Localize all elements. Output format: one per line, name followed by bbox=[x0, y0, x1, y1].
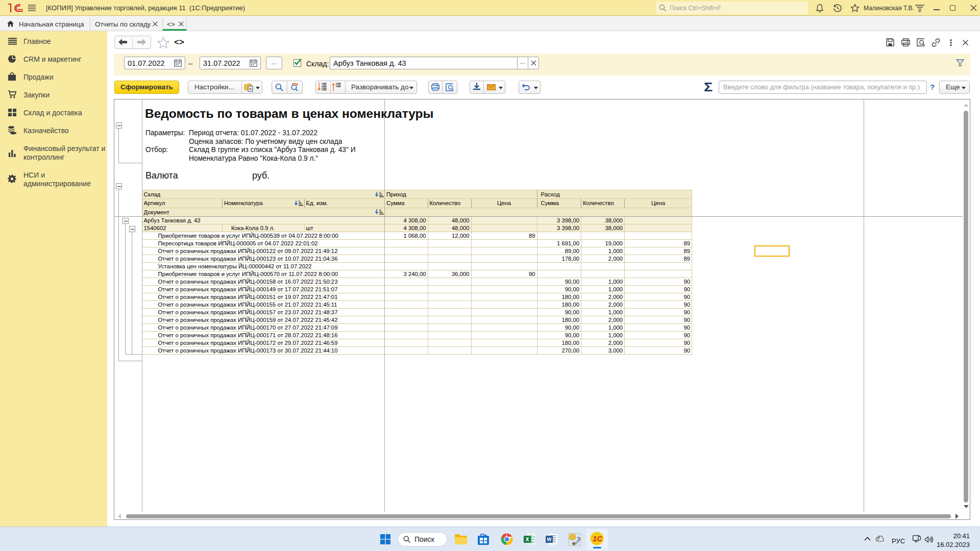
svg-text:1С: 1С bbox=[593, 534, 603, 543]
